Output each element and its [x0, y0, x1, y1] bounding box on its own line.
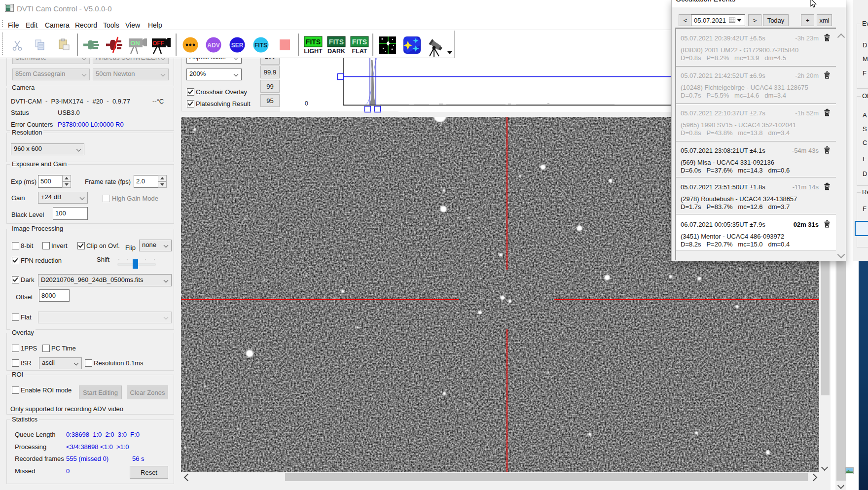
svg-text:FITS: FITS	[254, 42, 267, 49]
svg-text:ADV: ADV	[207, 42, 219, 49]
svg-text:FITS: FITS	[352, 38, 367, 46]
svg-text:LIGHT: LIGHT	[304, 48, 323, 55]
svg-text:OFF: OFF	[152, 40, 164, 47]
svg-text:ON: ON	[130, 39, 140, 47]
svg-text:FLAT: FLAT	[352, 48, 367, 55]
svg-text:SER: SER	[231, 42, 244, 49]
svg-text:FITS: FITS	[306, 38, 321, 46]
svg-text:FITS: FITS	[329, 38, 344, 46]
svg-text:DARK: DARK	[327, 48, 345, 55]
